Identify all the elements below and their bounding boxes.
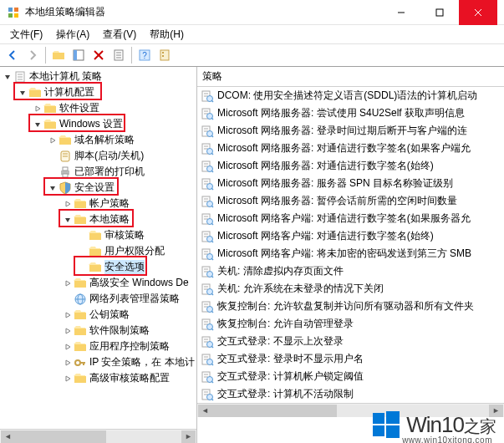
list-hscrollbar[interactable]: ◄ ► xyxy=(197,403,504,417)
tree-label: 安全设置 xyxy=(74,181,115,195)
tree-pane[interactable]: 本地计算机 策略计算机配置软件设置Windows 设置域名解析策略脚本(启动/关… xyxy=(0,67,197,443)
policy-row[interactable]: 恢复控制台: 允许软盘复制并访问所有驱动器和所有文件夹 xyxy=(197,298,504,315)
tree-root[interactable]: 本地计算机 策略 xyxy=(0,69,196,84)
show-hide-button[interactable] xyxy=(69,46,88,64)
policy-row[interactable]: Microsoft 网络服务器: 对通信进行数字签名(如果客户端允 xyxy=(197,140,504,157)
svg-line-81 xyxy=(211,241,213,242)
policy-row[interactable]: Microsoft 网络客户端: 对通信进行数字签名(始终) xyxy=(197,227,504,245)
policy-label: Microsoft 网络服务器: 对通信进行数字签名(始终) xyxy=(217,159,434,173)
tree-audit-policy[interactable]: 审核策略 xyxy=(0,227,196,243)
scroll-right-button[interactable]: ► xyxy=(489,405,503,417)
tree-toggle[interactable] xyxy=(32,103,43,115)
window-controls xyxy=(382,0,497,25)
policy-row[interactable]: 交互式登录: 不显示上次登录 xyxy=(197,333,504,350)
policy-row[interactable]: Microsoft 网络客户端: 对通信进行数字签名(如果服务器允 xyxy=(197,210,504,227)
policy-row[interactable]: Microsoft 网络服务器: 暂停会话前所需的空闲时间数量 xyxy=(197,192,504,210)
policy-row[interactable]: Microsoft 网络服务器: 尝试使用 S4U2Self 获取声明信息 xyxy=(197,104,504,122)
forward-button[interactable] xyxy=(23,46,42,64)
tree-toggle[interactable] xyxy=(2,71,13,83)
tree-toggle[interactable] xyxy=(62,341,74,353)
tree-toggle[interactable] xyxy=(32,119,43,130)
menu-help[interactable]: 帮助(H) xyxy=(143,26,191,43)
policy-row[interactable]: 交互式登录: 登录时不显示用户名 xyxy=(197,350,504,368)
back-button[interactable] xyxy=(3,46,22,64)
policy-icon xyxy=(201,283,214,296)
delete-button[interactable] xyxy=(89,46,108,64)
filter-button[interactable] xyxy=(155,46,174,64)
policy-label: Microsoft 网络服务器: 对通信进行数字签名(如果客户端允 xyxy=(217,141,471,155)
policy-row[interactable]: 恢复控制台: 允许自动管理登录 xyxy=(197,315,504,333)
maximize-button[interactable] xyxy=(420,0,459,25)
tree-toggle[interactable] xyxy=(47,150,59,162)
menubar: 文件(F) 操作(A) 查看(V) 帮助(H) xyxy=(0,25,504,43)
tree-toggle[interactable] xyxy=(62,357,74,369)
policy-row[interactable]: 交互式登录: 计算机帐户锁定阈值 xyxy=(197,368,504,385)
tree-computer-config[interactable]: 计算机配置 xyxy=(0,84,196,100)
minimize-button[interactable] xyxy=(382,0,420,25)
tree-account-policies[interactable]: 帐户策略 xyxy=(0,196,196,211)
tree-deployed-printers[interactable]: 已部署的打印机 xyxy=(0,164,196,180)
tree-toggle[interactable] xyxy=(62,293,74,305)
tree-local-policies[interactable]: 本地策略 xyxy=(0,211,196,227)
tree-public-key[interactable]: 公钥策略 xyxy=(0,307,196,323)
policy-row[interactable]: 关机: 清除虚拟内存页面文件 xyxy=(197,262,504,280)
tree-security-options[interactable]: 安全选项 xyxy=(0,259,196,275)
tree-name-resolution[interactable]: 域名解析策略 xyxy=(0,132,196,148)
tree-toggle[interactable] xyxy=(62,325,74,337)
policy-row[interactable]: 交互式登录: 计算机不活动限制 xyxy=(197,385,504,403)
policy-row[interactable]: DCOM: 使用安全描述符定义语言(SDDL)语法的计算机启动 xyxy=(197,87,504,104)
tree-toggle[interactable] xyxy=(17,87,28,99)
close-button[interactable] xyxy=(459,0,497,25)
tree-toggle[interactable] xyxy=(47,166,59,178)
menu-view[interactable]: 查看(V) xyxy=(96,26,143,43)
tree-toggle[interactable] xyxy=(47,135,59,146)
policy-row[interactable]: Microsoft 网络客户端: 将未加密的密码发送到第三方 SMB xyxy=(197,245,504,262)
policy-row[interactable]: 关机: 允许系统在未登录的情况下关闭 xyxy=(197,280,504,298)
tree-toggle[interactable] xyxy=(62,373,74,384)
policy-label: Microsoft 网络客户端: 将未加密的密码发送到第三方 SMB xyxy=(217,247,471,261)
tree-software-restriction[interactable]: 软件限制策略 xyxy=(0,323,196,339)
tree-toggle[interactable] xyxy=(77,262,89,273)
svg-rect-2 xyxy=(8,13,13,18)
tree-toggle[interactable] xyxy=(77,246,89,257)
tree-network-list[interactable]: 网络列表管理器策略 xyxy=(0,291,196,307)
tree-toggle[interactable] xyxy=(62,278,74,289)
tree-toggle[interactable] xyxy=(62,198,74,210)
policy-row[interactable]: Microsoft 网络服务器: 对通信进行数字签名(始终) xyxy=(197,157,504,175)
scroll-right-button[interactable]: ► xyxy=(181,430,196,443)
tree-toggle[interactable] xyxy=(62,214,74,226)
tree-windows-defender[interactable]: 高级安全 Windows De xyxy=(0,275,196,291)
tree-toggle[interactable] xyxy=(47,182,59,194)
tree-software-settings[interactable]: 软件设置 xyxy=(0,100,196,116)
scroll-left-button[interactable]: ◄ xyxy=(198,405,212,417)
policy-label: 关机: 清除虚拟内存页面文件 xyxy=(217,264,344,278)
properties-button[interactable] xyxy=(109,46,128,64)
tree-scripts[interactable]: 脚本(启动/关机) xyxy=(0,148,196,164)
policy-row[interactable]: Microsoft 网络服务器: 服务器 SPN 目标名称验证级别 xyxy=(197,175,504,192)
tree-advanced-audit[interactable]: 高级审核策略配置 xyxy=(0,370,196,386)
help-button[interactable]: ? xyxy=(135,46,154,64)
policy-label: 交互式登录: 计算机帐户锁定阈值 xyxy=(217,369,364,384)
list-pane[interactable]: 策略 DCOM: 使用安全描述符定义语言(SDDL)语法的计算机启动Micros… xyxy=(197,67,504,443)
tree-label: 脚本(启动/关机) xyxy=(74,149,144,163)
policy-icon xyxy=(201,370,214,384)
folder-icon xyxy=(43,102,57,115)
policy-row[interactable]: Microsoft 网络服务器: 登录时间过期后断开与客户端的连 xyxy=(197,122,504,140)
tree-security-settings[interactable]: 安全设置 xyxy=(0,180,196,196)
column-header-policy[interactable]: 策略 xyxy=(197,67,504,87)
tree-app-control[interactable]: 应用程序控制策略 xyxy=(0,339,196,354)
up-button[interactable] xyxy=(49,46,68,64)
menu-file[interactable]: 文件(F) xyxy=(3,26,49,43)
tree-windows-settings[interactable]: Windows 设置 xyxy=(0,116,196,132)
tree-toggle[interactable] xyxy=(62,309,74,321)
scroll-left-button[interactable]: ◄ xyxy=(1,430,15,443)
folder-icon xyxy=(74,293,87,306)
policy-label: Microsoft 网络服务器: 暂停会话前所需的空闲时间数量 xyxy=(217,194,457,208)
tree-ip-security[interactable]: IP 安全策略，在 本地计 xyxy=(0,354,196,370)
tree-user-rights[interactable]: 用户权限分配 xyxy=(0,243,196,259)
tree-hscrollbar[interactable]: ◄ ► xyxy=(0,429,196,443)
folder-icon xyxy=(59,181,72,195)
menu-action[interactable]: 操作(A) xyxy=(49,26,96,43)
tree-toggle[interactable] xyxy=(77,230,89,242)
tree-label: Windows 设置 xyxy=(59,117,123,131)
